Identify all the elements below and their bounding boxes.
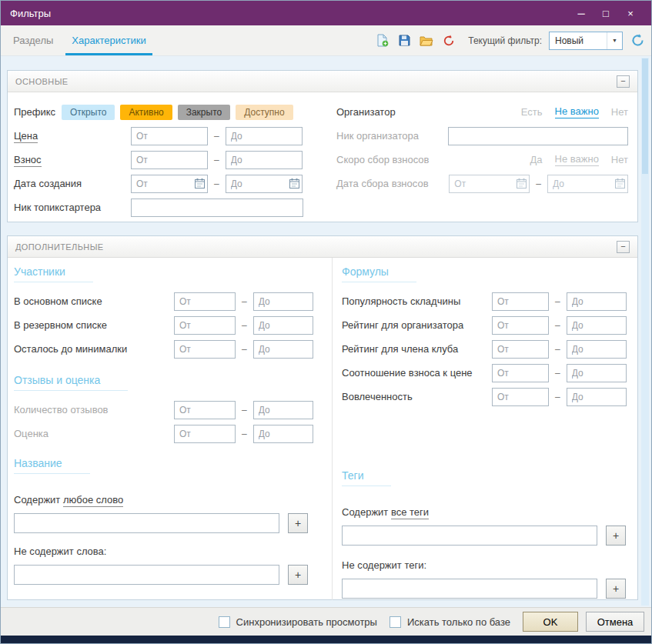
contains-all-tags-add-button[interactable]: + [606,526,626,546]
not-contains-tags-add-button[interactable]: + [606,579,626,599]
sync-views-checkbox[interactable] [219,616,230,628]
contains-all-tags-input[interactable] [342,526,597,546]
range-dash: – [242,429,247,439]
contains-all-tags-link[interactable]: все теги [391,506,429,519]
organizer-option-no[interactable]: Нет [611,106,628,118]
chevron-down-icon: ▼ [607,32,622,49]
search-base-checkbox[interactable] [390,616,401,628]
to-minimum-from-input[interactable] [174,340,236,359]
basic-section-body: Префикс Открыто Активно Закрыто Доступно… [8,92,637,222]
involvement-from-input[interactable] [492,388,549,406]
rating-label: Оценка [14,428,174,439]
soon-fee-option-no[interactable]: Нет [611,154,628,165]
main-list-from-input[interactable] [174,292,236,311]
created-date-to-input[interactable] [226,175,303,193]
footer-bar: Синхронизировать просмотры Искать только… [1,607,651,636]
created-date-from-input[interactable] [131,175,208,193]
contains-any-row: + [14,513,332,533]
soon-fee-option-yes[interactable]: Да [530,154,542,165]
tab-sections-label: Разделы [13,35,53,46]
price-to-input[interactable] [226,127,303,145]
rating-from-input[interactable] [174,425,236,443]
range-dash: – [555,320,560,331]
additional-collapse-button[interactable]: − [617,241,630,253]
minimize-button[interactable]: ─ [570,4,593,22]
tab-sections[interactable]: Разделы [4,25,62,55]
maximize-button[interactable]: □ [594,4,617,22]
main-list-to-input[interactable] [253,292,313,311]
vertical-scrollbar[interactable] [641,58,649,606]
open-filter-icon[interactable] [419,33,434,48]
popularity-to-input[interactable] [567,292,627,311]
search-base-label: Искать только по базе [407,616,510,628]
search-base-group: Искать только по базе [390,616,510,628]
contains-any-input[interactable] [14,513,279,533]
close-button[interactable]: × [619,4,642,22]
review-count-to-input[interactable] [253,401,313,419]
ok-button[interactable]: OK [523,612,578,632]
basic-section-title: ОСНОВНЫЕ [15,77,69,86]
contains-any-add-button[interactable]: + [288,513,308,533]
organizer-rating-label: Рейтинг для организатора [342,319,492,331]
not-contains-words-add-button[interactable]: + [288,565,308,585]
refresh-icon[interactable] [630,33,645,48]
not-contains-tags-input[interactable] [342,579,597,599]
not-contains-words-input[interactable] [14,565,279,585]
soon-fee-option-any[interactable]: Не важно [555,153,599,166]
fee-date-from-input[interactable] [449,175,530,193]
prefix-chip-active[interactable]: Активно [120,105,172,120]
fee-from-input[interactable] [131,151,208,169]
to-minimum-to-input[interactable] [253,340,313,359]
price-from-input[interactable] [131,127,208,145]
involvement-to-input[interactable] [567,388,627,406]
tab-characteristics[interactable]: Характеристики [62,25,155,55]
fee-price-ratio-from-input[interactable] [492,364,549,382]
prefix-chip-open[interactable]: Открыто [62,105,115,120]
organizer-rating-from-input[interactable] [492,316,549,335]
member-rating-label: Рейтинг для члена клуба [342,343,492,355]
range-dash: – [555,296,560,307]
prefix-label: Префикс [14,106,62,118]
to-minimum-label: Осталось до минималки [14,343,174,355]
new-filter-icon[interactable] [374,33,390,48]
organizer-rating-to-input[interactable] [567,316,627,335]
organizer-rating-row: Рейтинг для организатора – [342,315,628,335]
reset-filter-icon[interactable] [441,33,456,48]
organizer-option-yes[interactable]: Есть [521,106,543,118]
reviews-heading: Отзывы и оценка [14,374,128,391]
member-rating-from-input[interactable] [492,340,549,359]
reserve-list-to-input[interactable] [253,316,313,335]
additional-section: ДОПОЛНИТЕЛЬНЫЕ − Участники В основном сп… [7,235,638,600]
soon-fee-label: Скоро сбор взносов [336,154,429,165]
fee-price-ratio-to-input[interactable] [567,364,627,382]
organizer-nick-input[interactable] [448,127,628,145]
reserve-list-from-input[interactable] [174,316,236,335]
current-filter-select[interactable]: Новый ▼ [549,32,623,50]
popularity-from-input[interactable] [492,292,549,311]
basic-collapse-button[interactable]: − [617,75,630,88]
fee-to-input[interactable] [226,151,303,169]
created-date-row: Дата создания – [14,174,336,193]
popularity-row: Популярность складчины – [342,292,628,311]
window-controls: ─ □ × [570,4,642,22]
prefix-chip-available[interactable]: Доступно [236,105,293,120]
fee-date-to-input[interactable] [547,175,628,193]
not-contains-tags-row: + [342,579,628,599]
cancel-button[interactable]: Отмена [586,612,644,632]
topicstarter-input[interactable] [131,199,303,217]
prefix-row: Префикс Открыто Активно Закрыто Доступно [14,102,336,122]
contains-any-label: Содержит любое слово [14,494,332,506]
not-contains-words-row: + [14,565,332,585]
save-filter-icon[interactable] [396,33,412,48]
tab-bar: Разделы Характеристики Текущий фильтр: Н… [1,25,651,56]
rating-to-input[interactable] [253,425,313,443]
scrollbar-thumb[interactable] [642,58,648,174]
range-dash: – [214,179,219,189]
range-dash: – [242,296,247,307]
review-count-from-input[interactable] [174,401,236,419]
contains-any-link[interactable]: любое слово [63,494,123,507]
prefix-chip-closed[interactable]: Закрыто [178,105,231,120]
member-rating-to-input[interactable] [567,340,627,359]
organizer-option-any[interactable]: Не важно [555,105,599,118]
review-count-row: Количество отзывов – [14,400,332,419]
